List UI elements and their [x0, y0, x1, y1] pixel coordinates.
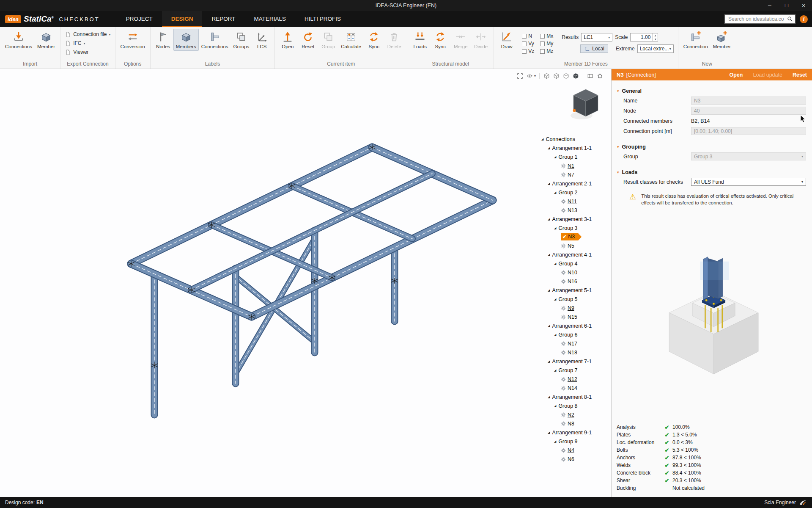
labels-connections-button[interactable]: Connections	[199, 29, 231, 51]
spinner-up-icon[interactable]: ▴	[655, 33, 656, 37]
export-viewer-button[interactable]: Viewer	[63, 48, 90, 56]
tree-expander-icon[interactable]: ◢	[548, 324, 550, 328]
tree-expander-icon[interactable]: ◢	[541, 138, 543, 141]
checkbox-icon[interactable]	[540, 49, 545, 54]
checkbox-icon[interactable]	[540, 34, 545, 39]
checkbox-icon[interactable]	[522, 34, 527, 39]
tree-node-n14[interactable]: N14	[541, 384, 610, 392]
export-ifc-button[interactable]: IFC ▾	[63, 39, 87, 47]
view-front-button[interactable]	[542, 72, 551, 80]
calculate-button[interactable]: Calculate	[338, 29, 364, 51]
tree-node-n13[interactable]: N13	[541, 206, 610, 215]
checkbox-icon[interactable]	[522, 41, 527, 46]
menu-item-design[interactable]: DESIGN	[162, 11, 203, 27]
tree-expander-icon[interactable]: ◢	[554, 298, 556, 301]
search-input[interactable]	[724, 14, 796, 24]
tree-expander-icon[interactable]: ◢	[554, 155, 556, 159]
minimize-button[interactable]: ─	[761, 0, 778, 11]
info-button[interactable]: i	[800, 15, 808, 23]
checkbox-icon[interactable]	[522, 49, 527, 54]
fit-view-button[interactable]	[516, 72, 524, 80]
close-button[interactable]: ✕	[795, 0, 812, 11]
menu-item-project[interactable]: PROJECT	[117, 11, 162, 27]
tree-branch-arrangement-4-1[interactable]: ◢Arrangement 4-1	[541, 250, 610, 259]
tree-expander-icon[interactable]: ◢	[554, 262, 556, 265]
sync-current-button[interactable]: Sync	[364, 29, 384, 51]
tree-node-n7[interactable]: N7	[541, 170, 610, 179]
tree-branch-arrangement-8-1[interactable]: ◢Arrangement 8-1	[541, 392, 610, 401]
tree-node-n1[interactable]: N1	[541, 161, 610, 170]
force-checkbox-mz[interactable]: Mz	[540, 48, 553, 54]
tree-expander-icon[interactable]: ◢	[548, 289, 550, 292]
new-member-button[interactable]: Member	[710, 29, 733, 51]
export-connection-file-button[interactable]: Connection file ▾	[63, 30, 112, 38]
grouping-section-header[interactable]: ▾ Grouping	[612, 143, 812, 151]
tree-expander-icon[interactable]: ◢	[554, 369, 556, 372]
tree-node-n18[interactable]: N18	[541, 348, 610, 357]
connection-preview[interactable]	[612, 206, 812, 423]
tree-branch-arrangement-6-1[interactable]: ◢Arrangement 6-1	[541, 321, 610, 330]
labels-groups-button[interactable]: Groups	[231, 29, 252, 51]
tree-expander-icon[interactable]: ◢	[554, 191, 556, 194]
local-toggle-button[interactable]: Local	[580, 44, 608, 53]
open-button[interactable]: Open	[277, 29, 298, 51]
tree-node-n16[interactable]: N16	[541, 277, 610, 286]
view-iso-button[interactable]	[571, 72, 580, 80]
tree-branch-arrangement-2-1[interactable]: ◢Arrangement 2-1	[541, 179, 610, 188]
tree-expander-icon[interactable]: ◢	[554, 404, 556, 408]
checkbox-icon[interactable]	[540, 41, 545, 46]
loads-section-header[interactable]: ▾ Loads	[612, 168, 812, 177]
tree-branch-group-9[interactable]: ◢Group 9	[541, 437, 610, 446]
search-icon[interactable]	[787, 16, 793, 22]
tree-branch-arrangement-3-1[interactable]: ◢Arrangement 3-1	[541, 215, 610, 224]
orbit-dropdown-chevron[interactable]: ▾	[534, 74, 536, 78]
results-select[interactable]: LC1 ▾	[581, 33, 612, 41]
labels-lcs-button[interactable]: LCS	[252, 29, 272, 51]
result-classes-select[interactable]: All ULS Fund ▾	[691, 178, 806, 186]
clip-planes-button[interactable]	[586, 72, 595, 80]
new-connection-button[interactable]: Connection	[681, 29, 710, 51]
tree-expander-icon[interactable]: ◢	[548, 182, 550, 185]
spinner-down-icon[interactable]: ▾	[655, 37, 656, 41]
orbit-button[interactable]	[525, 72, 534, 80]
tree-node-n9[interactable]: N9	[541, 304, 610, 312]
conversion-button[interactable]: Conversion	[118, 29, 148, 51]
tree-node-n15[interactable]: N15	[541, 312, 610, 321]
tree-node-n8[interactable]: N8	[541, 419, 610, 428]
load-update-button[interactable]: Load update	[753, 72, 782, 78]
force-checkbox-mx[interactable]: Mx	[540, 33, 553, 39]
scale-spinner[interactable]: ▴▾	[652, 33, 658, 41]
view-top-button[interactable]	[552, 72, 561, 80]
structure-3d-scene[interactable]	[0, 69, 611, 497]
tree-branch-group-7[interactable]: ◢Group 7	[541, 366, 610, 375]
reset-button[interactable]: Reset	[298, 29, 318, 51]
tree-node-n10[interactable]: N10	[541, 268, 610, 277]
tree-branch-group-2[interactable]: ◢Group 2	[541, 188, 610, 197]
force-checkbox-my[interactable]: My	[540, 41, 553, 47]
extreme-select[interactable]: Local extre... ▾	[637, 44, 674, 53]
tree-node-n4[interactable]: N4	[541, 446, 610, 455]
view-side-button[interactable]	[562, 72, 571, 80]
sync-model-button[interactable]: Sync	[430, 29, 450, 51]
tree-node-n5[interactable]: N5	[541, 241, 610, 250]
open-connection-button[interactable]: Open	[729, 72, 743, 78]
import-connections-button[interactable]: Connections	[3, 29, 35, 51]
tree-expander-icon[interactable]: ◢	[548, 253, 550, 257]
force-checkbox-vy[interactable]: Vy	[522, 41, 534, 47]
tree-expander-icon[interactable]: ◢	[554, 226, 556, 230]
general-section-header[interactable]: ▾ General	[612, 87, 812, 95]
scale-input[interactable]: 1.00 ▴▾	[630, 33, 658, 41]
tree-branch-connections[interactable]: ◢Connections	[541, 135, 610, 144]
force-checkbox-n[interactable]: N	[522, 33, 534, 39]
force-checkbox-vz[interactable]: Vz	[522, 48, 534, 54]
draw-button[interactable]: Draw	[497, 29, 517, 51]
tree-branch-arrangement-9-1[interactable]: ◢Arrangement 9-1	[541, 428, 610, 437]
reset-connection-button[interactable]: Reset	[793, 72, 807, 78]
tree-expander-icon[interactable]: ◢	[548, 360, 550, 363]
tree-branch-arrangement-5-1[interactable]: ◢Arrangement 5-1	[541, 286, 610, 295]
tree-branch-group-5[interactable]: ◢Group 5	[541, 295, 610, 304]
tree-branch-group-8[interactable]: ◢Group 8	[541, 401, 610, 410]
tree-expander-icon[interactable]: ◢	[548, 218, 550, 221]
tree-node-n12[interactable]: N12	[541, 375, 610, 384]
tree-branch-group-6[interactable]: ◢Group 6	[541, 330, 610, 339]
